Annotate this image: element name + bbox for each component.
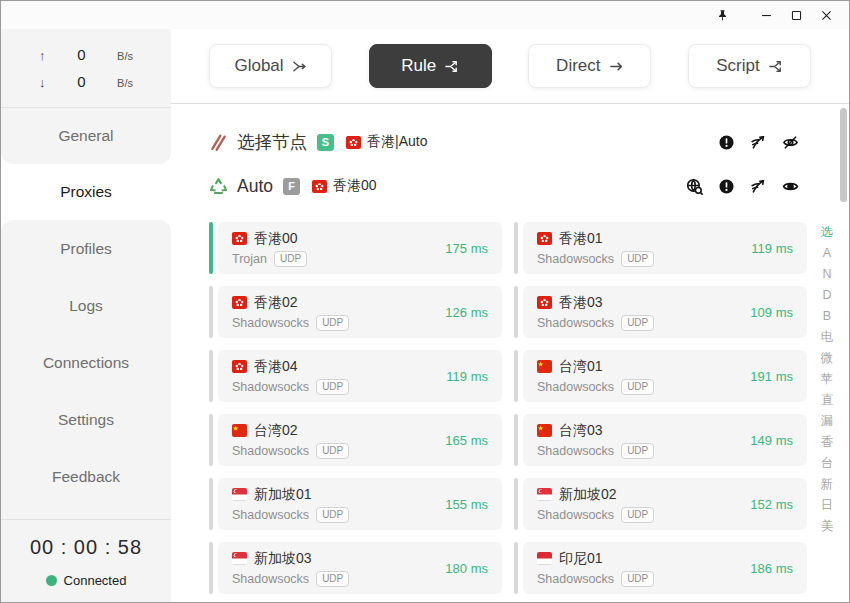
proxy-card-香港02[interactable]: 香港02 Shadowsocks UDP 126 ms [209,286,502,338]
proxy-group-header[interactable]: Auto F 香港00 [209,164,799,208]
proxy-card-body: 新加坡02 Shadowsocks UDP 152 ms [523,478,807,530]
group-index-item[interactable]: 香 [821,432,834,453]
proxy-card-新加坡02[interactable]: 新加坡02 Shadowsocks UDP 152 ms [514,478,807,530]
selection-bar [209,414,213,466]
proxy-card-台湾03[interactable]: 台湾03 Shadowsocks UDP 149 ms [514,414,807,466]
proxy-card-body: 台湾03 Shadowsocks UDP 149 ms [523,414,807,466]
proxy-protocol: Shadowsocks [537,572,614,586]
upload-unit: B/s [117,50,133,62]
flag-icon [537,232,552,245]
mode-button-global[interactable]: Global [209,44,332,88]
latency-value: 186 ms [750,561,793,576]
flag-icon [537,488,552,501]
sidebar-item-feedback[interactable]: Feedback [1,448,171,505]
speedtest-icon[interactable] [750,134,767,151]
selection-bar [514,350,518,402]
flag-icon [312,180,327,193]
current-node-name: 香港00 [333,177,377,195]
group-index-item[interactable]: 台 [821,453,834,474]
url-search-icon[interactable] [686,178,703,195]
proxy-card-新加坡03[interactable]: 新加坡03 Shadowsocks UDP 180 ms [209,542,502,594]
flag-icon [232,424,247,437]
sidebar-item-general[interactable]: General [1,108,171,164]
speedtest-icon[interactable] [750,178,767,195]
status-label: Connected [64,573,127,588]
selection-bar [209,286,213,338]
pin-icon[interactable] [707,2,737,28]
recycle-icon [209,177,228,196]
scrollbar-thumb[interactable] [840,108,847,202]
flag-icon [537,360,552,373]
selection-bar [514,222,518,274]
eye-off-icon[interactable] [782,134,799,151]
latency-value: 109 ms [750,305,793,320]
group-index-item[interactable]: 日 [821,495,834,516]
proxy-card-印尼01[interactable]: 印尼01 Shadowsocks UDP 186 ms [514,542,807,594]
proxy-card-香港04[interactable]: 香港04 Shadowsocks UDP 119 ms [209,350,502,402]
group-index-item[interactable]: N [822,264,831,285]
latency-value: 180 ms [445,561,488,576]
sidebar-item-logs[interactable]: Logs [1,277,171,334]
group-index-item[interactable]: 微 [821,348,834,369]
merge-arrow-icon [292,59,307,74]
sidebar-item-proxies[interactable]: Proxies [1,164,171,220]
proxy-content: 选择节点 S 香港|Auto Auto F 香港00 香港00 Trojan [171,104,849,602]
proxy-card-香港00[interactable]: 香港00 Trojan UDP 175 ms [209,222,502,274]
proxy-card-body: 新加坡01 Shadowsocks UDP 155 ms [218,478,502,530]
group-name: Auto [237,176,273,197]
udp-badge: UDP [621,315,654,331]
flag-icon [346,136,361,149]
minimize-button[interactable] [751,2,781,28]
upload-value: 0 [77,46,85,63]
mode-label: Direct [556,56,600,76]
mode-label: Rule [401,56,436,76]
info-icon[interactable] [718,134,735,151]
latency-value: 149 ms [750,433,793,448]
close-button[interactable] [811,2,841,28]
latency-value: 119 ms [446,369,488,384]
group-index-item[interactable]: 直 [821,390,834,411]
selection-bar [514,286,518,338]
latency-value: 175 ms [445,241,488,256]
proxy-card-body: 台湾01 Shadowsocks UDP 191 ms [523,350,807,402]
group-index-item[interactable]: 苹 [821,369,834,390]
proxy-name: 香港04 [254,358,298,376]
proxy-card-台湾02[interactable]: 台湾02 Shadowsocks UDP 165 ms [209,414,502,466]
sidebar-item-settings[interactable]: Settings [1,391,171,448]
group-index-item[interactable]: 新 [821,474,834,495]
proxy-name: 台湾02 [254,422,298,440]
selection-bar [209,350,213,402]
mode-button-rule[interactable]: Rule [369,44,492,88]
group-index-item[interactable]: B [823,306,831,327]
group-index-item[interactable]: 选 [821,222,834,243]
group-index-item[interactable]: 美 [821,516,834,537]
proxy-card-香港03[interactable]: 香港03 Shadowsocks UDP 109 ms [514,286,807,338]
proxy-card-body: 台湾02 Shadowsocks UDP 165 ms [218,414,502,466]
eye-icon[interactable] [782,178,799,195]
group-index-item[interactable]: A [823,243,831,264]
udp-badge: UDP [316,571,349,587]
group-index-item[interactable]: 漏 [821,411,834,432]
sidebar-item-profiles[interactable]: Profiles [1,220,171,277]
chopsticks-icon [209,133,228,152]
udp-badge: UDP [316,443,349,459]
proxy-protocol: Shadowsocks [232,572,309,586]
group-index-item[interactable]: 电 [821,327,834,348]
udp-badge: UDP [316,507,349,523]
proxy-card-香港01[interactable]: 香港01 Shadowsocks UDP 119 ms [514,222,807,274]
info-icon[interactable] [718,178,735,195]
maximize-button[interactable] [781,2,811,28]
udp-badge: UDP [316,379,349,395]
mode-button-script[interactable]: Script [688,44,811,88]
group-index-item[interactable]: D [822,285,831,306]
selection-bar [209,542,213,594]
selection-bar [514,414,518,466]
mode-button-direct[interactable]: Direct [528,44,651,88]
proxy-group-header[interactable]: 选择节点 S 香港|Auto [209,120,799,164]
proxy-card-新加坡01[interactable]: 新加坡01 Shadowsocks UDP 155 ms [209,478,502,530]
mode-label: Global [234,56,283,76]
proxy-name: 新加坡03 [254,550,312,568]
proxy-card-台湾01[interactable]: 台湾01 Shadowsocks UDP 191 ms [514,350,807,402]
sidebar-item-connections[interactable]: Connections [1,334,171,391]
mode-label: Script [716,56,759,76]
